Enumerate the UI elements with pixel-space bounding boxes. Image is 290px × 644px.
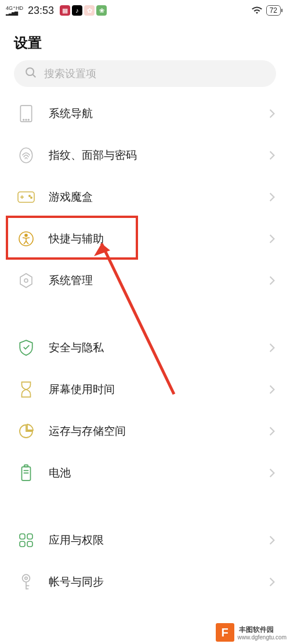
- fingerprint-icon: [17, 147, 35, 164]
- page-title: 设置: [0, 21, 290, 60]
- chevron-right-icon: [267, 150, 277, 161]
- item-shortcuts[interactable]: 快捷与辅助: [0, 218, 290, 260]
- accessibility-icon: [17, 230, 35, 248]
- item-label: 帐号与同步: [49, 574, 267, 590]
- status-left: 4G⁺HD ▂▃▅▆ 23:53 ▦ ♪ ✿ ❀: [6, 5, 107, 17]
- item-accounts[interactable]: 帐号与同步: [0, 561, 290, 603]
- svg-point-13: [25, 234, 27, 237]
- item-apps[interactable]: 应用与权限: [0, 519, 290, 561]
- watermark-logo: F: [216, 623, 234, 642]
- svg-point-3: [23, 119, 24, 121]
- svg-point-4: [26, 119, 27, 121]
- chevron-right-icon: [267, 535, 277, 545]
- svg-point-15: [24, 279, 28, 282]
- status-app-icon: ❀: [96, 5, 107, 16]
- svg-point-24: [23, 574, 30, 582]
- shield-icon: [17, 339, 35, 356]
- item-biometrics[interactable]: 指纹、面部与密码: [0, 134, 290, 176]
- item-label: 运存与存储空间: [49, 424, 267, 439]
- svg-rect-20: [20, 534, 25, 539]
- svg-line-1: [33, 75, 36, 78]
- svg-rect-23: [27, 541, 32, 547]
- item-battery[interactable]: 电池: [0, 452, 290, 494]
- svg-point-10: [29, 195, 30, 197]
- chevron-right-icon: [267, 343, 277, 353]
- hourglass-icon: [17, 381, 35, 398]
- search-input[interactable]: 搜索设置项: [14, 60, 276, 87]
- battery-icon: 72: [266, 5, 281, 16]
- apps-grid-icon: [17, 532, 35, 549]
- svg-point-11: [31, 197, 32, 198]
- chevron-right-icon: [267, 577, 277, 587]
- item-label: 系统管理: [49, 273, 267, 288]
- chevron-right-icon: [267, 384, 277, 395]
- item-label: 指纹、面部与密码: [49, 148, 267, 163]
- status-app-icons: ▦ ♪ ✿ ❀: [60, 5, 107, 16]
- status-app-icon: ✿: [84, 5, 95, 16]
- watermark: F 丰图软件园 www.dgfengtu.com: [212, 621, 291, 644]
- phone-nav-icon: [17, 105, 35, 122]
- svg-rect-21: [27, 534, 32, 539]
- chevron-right-icon: [267, 192, 277, 202]
- chevron-right-icon: [267, 234, 277, 244]
- svg-rect-16: [22, 467, 31, 481]
- item-label: 应用与权限: [49, 533, 267, 548]
- item-label: 屏幕使用时间: [49, 382, 267, 397]
- chevron-right-icon: [267, 108, 277, 119]
- settings-list: 系统导航 指纹、面部与密码 游戏魔盒 快捷与辅助 系统管理 安: [0, 93, 290, 603]
- status-app-icon: ▦: [60, 5, 70, 16]
- gear-hex-icon: [17, 272, 35, 289]
- wifi-icon: [251, 6, 263, 15]
- item-system-nav[interactable]: 系统导航: [0, 93, 290, 134]
- chevron-right-icon: [267, 468, 277, 478]
- gamepad-icon: [17, 188, 35, 206]
- search-placeholder: 搜索设置项: [44, 67, 96, 81]
- item-system-mgmt[interactable]: 系统管理: [0, 260, 290, 301]
- watermark-url: www.dgfengtu.com: [238, 634, 287, 642]
- battery-icon: [17, 464, 35, 482]
- svg-point-0: [26, 68, 34, 75]
- chevron-right-icon: [267, 426, 277, 436]
- item-label: 电池: [49, 465, 267, 481]
- chevron-right-icon: [267, 275, 277, 286]
- clock: 23:53: [28, 5, 54, 17]
- search-icon: [24, 66, 37, 81]
- item-label: 系统导航: [49, 106, 267, 121]
- svg-point-25: [25, 577, 27, 579]
- item-game-box[interactable]: 游戏魔盒: [0, 176, 290, 218]
- item-label: 安全与隐私: [49, 340, 267, 355]
- signal-icon: 4G⁺HD ▂▃▅▆: [6, 6, 23, 16]
- item-security[interactable]: 安全与隐私: [0, 327, 290, 369]
- key-sync-icon: [17, 573, 35, 591]
- item-label: 快捷与辅助: [49, 231, 267, 246]
- svg-point-5: [28, 119, 29, 121]
- svg-marker-14: [20, 274, 32, 288]
- svg-rect-17: [24, 465, 28, 467]
- svg-rect-22: [20, 541, 25, 547]
- watermark-name: 丰图软件园: [238, 625, 287, 634]
- item-screen-time[interactable]: 屏幕使用时间: [0, 369, 290, 410]
- item-label: 游戏魔盒: [49, 190, 267, 205]
- status-app-icon: ♪: [72, 5, 82, 16]
- pie-chart-icon: [17, 423, 35, 440]
- status-bar: 4G⁺HD ▂▃▅▆ 23:53 ▦ ♪ ✿ ❀ 72: [0, 0, 290, 21]
- item-storage[interactable]: 运存与存储空间: [0, 410, 290, 452]
- status-right: 72: [251, 5, 281, 16]
